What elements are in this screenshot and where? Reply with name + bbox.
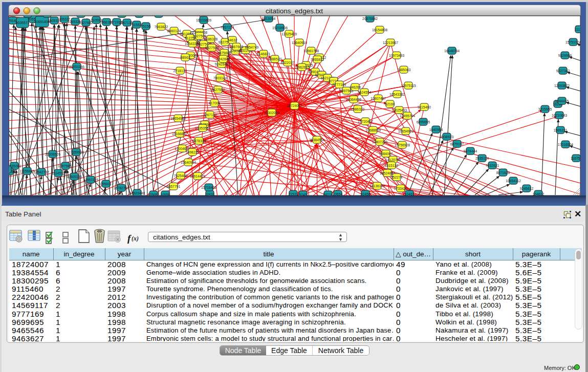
- svg-text:98963: 98963: [181, 56, 190, 59]
- svg-text:7803144: 7803144: [213, 76, 227, 80]
- svg-text:12093872: 12093872: [554, 84, 570, 87]
- svg-text:252274: 252274: [391, 176, 403, 179]
- svg-text:92456: 92456: [361, 192, 371, 196]
- svg-text:7955812: 7955812: [311, 58, 324, 61]
- svg-text:10654923: 10654923: [398, 129, 413, 133]
- svg-text:12213967: 12213967: [383, 41, 398, 45]
- svg-text:9329996: 9329996: [558, 54, 572, 57]
- svg-text:8471626: 8471626: [496, 171, 510, 174]
- svg-text:21364436: 21364436: [346, 98, 361, 101]
- svg-text:3215955: 3215955: [538, 107, 552, 111]
- svg-text:23302025: 23302025: [264, 111, 279, 115]
- svg-text:3267110: 3267110: [203, 113, 216, 117]
- svg-text:15756928: 15756928: [395, 143, 410, 147]
- svg-text:7957224: 7957224: [221, 26, 234, 29]
- svg-text:15751074: 15751074: [565, 40, 581, 44]
- svg-text:13807299: 13807299: [372, 140, 387, 144]
- svg-text:7986322: 7986322: [351, 107, 365, 111]
- svg-text:9084067: 9084067: [379, 152, 393, 156]
- svg-text:16782759: 16782759: [114, 186, 129, 190]
- svg-text:5498222: 5498222: [186, 150, 200, 154]
- svg-text:10958117: 10958117: [98, 182, 114, 186]
- svg-text:9474444: 9474444: [464, 149, 477, 153]
- svg-text:1114513: 1114513: [52, 171, 65, 175]
- svg-text:f: f: [127, 233, 132, 244]
- svg-text:10688609: 10688609: [365, 128, 381, 132]
- svg-text:116753: 116753: [571, 157, 582, 160]
- svg-text:8322037: 8322037: [281, 61, 295, 64]
- svg-text:417006: 417006: [209, 101, 221, 105]
- svg-text:8813054: 8813054: [262, 17, 276, 20]
- svg-text:11156829: 11156829: [19, 169, 34, 173]
- svg-text:12942737: 12942737: [34, 170, 49, 174]
- svg-text:16962615: 16962615: [294, 65, 310, 69]
- svg-text:14120746: 14120746: [385, 158, 401, 162]
- svg-text:17957225: 17957225: [83, 178, 98, 182]
- svg-text:10654112: 10654112: [506, 179, 521, 183]
- svg-text:2935114: 2935114: [475, 157, 489, 160]
- svg-text:citations_edges.txt: citations_edges.txt: [266, 7, 323, 15]
- svg-text:20206526: 20206526: [45, 152, 60, 156]
- svg-text:54632: 54632: [228, 38, 237, 42]
- svg-text:15640994: 15640994: [181, 161, 196, 164]
- svg-text:8938923: 8938923: [440, 135, 454, 139]
- svg-text:10025433: 10025433: [391, 108, 407, 112]
- svg-text:8660124: 8660124: [167, 29, 181, 33]
- svg-text:6899695: 6899695: [417, 120, 430, 124]
- svg-text:3878334: 3878334: [192, 139, 206, 143]
- svg-text:1733426: 1733426: [394, 187, 408, 190]
- svg-text:12505135: 12505135: [67, 175, 82, 179]
- svg-text:8186328: 8186328: [204, 37, 218, 41]
- svg-text:10543362: 10543362: [185, 42, 200, 46]
- svg-text:1244415: 1244415: [555, 99, 569, 103]
- svg-text:16154808: 16154808: [372, 28, 387, 32]
- svg-text:10973493: 10973493: [389, 54, 404, 57]
- svg-text:18724007: 18724007: [287, 104, 302, 107]
- svg-text:2718170: 2718170: [173, 69, 187, 73]
- svg-text:16033809: 16033809: [196, 18, 211, 22]
- svg-text:20876842: 20876842: [362, 17, 378, 20]
- svg-text:9657791: 9657791: [167, 185, 181, 188]
- svg-text:6879197: 6879197: [450, 142, 464, 146]
- svg-text:17004678: 17004678: [175, 147, 190, 150]
- svg-text:1640954: 1640954: [429, 128, 443, 132]
- svg-text:19384554: 19384554: [309, 138, 324, 142]
- svg-text:9146821: 9146821: [257, 52, 271, 56]
- svg-text:2867608: 2867608: [230, 45, 244, 49]
- svg-text:16210643: 16210643: [552, 114, 567, 117]
- svg-text:10461: 10461: [405, 192, 415, 196]
- svg-text:75155: 75155: [141, 25, 151, 28]
- svg-text:9245612: 9245612: [520, 187, 534, 190]
- svg-text:3624554: 3624554: [358, 91, 372, 94]
- svg-text:16543382: 16543382: [389, 93, 405, 96]
- svg-text:9777169: 9777169: [333, 83, 346, 86]
- svg-text:15716485: 15716485: [201, 186, 216, 189]
- svg-text:15720407: 15720407: [358, 120, 373, 123]
- svg-text:62160: 62160: [385, 102, 395, 106]
- svg-text:13495794: 13495794: [400, 114, 415, 118]
- svg-text:1615132: 1615132: [385, 164, 399, 167]
- svg-text:20053346: 20053346: [69, 65, 84, 69]
- svg-text:13640910: 13640910: [292, 41, 307, 45]
- svg-text:19166852: 19166852: [172, 132, 187, 136]
- svg-text:17016504: 17016504: [558, 143, 573, 146]
- svg-text:7625402: 7625402: [174, 174, 188, 178]
- svg-text:12923448: 12923448: [129, 191, 145, 195]
- svg-text:16648784: 16648784: [444, 49, 460, 53]
- svg-text:10807487: 10807487: [371, 97, 386, 100]
- svg-text:14136141: 14136141: [369, 184, 385, 188]
- svg-text:16914479: 16914479: [190, 174, 205, 178]
- svg-text:12975115: 12975115: [401, 84, 416, 87]
- svg-text:8454749: 8454749: [245, 46, 259, 49]
- svg-text:9227342: 9227342: [556, 69, 570, 73]
- svg-text:9115460: 9115460: [418, 105, 431, 109]
- svg-text:10961758: 10961758: [303, 49, 319, 53]
- svg-text:19654985: 19654985: [170, 117, 186, 120]
- svg-text:104612: 104612: [533, 192, 545, 196]
- svg-text:5875685: 5875685: [217, 51, 231, 55]
- svg-text:1588520: 1588520: [268, 57, 282, 61]
- svg-text:8427552: 8427552: [211, 88, 225, 92]
- svg-text:(x): (x): [132, 235, 139, 242]
- svg-text:19218906: 19218906: [272, 26, 288, 30]
- svg-text:1242848: 1242848: [216, 57, 230, 61]
